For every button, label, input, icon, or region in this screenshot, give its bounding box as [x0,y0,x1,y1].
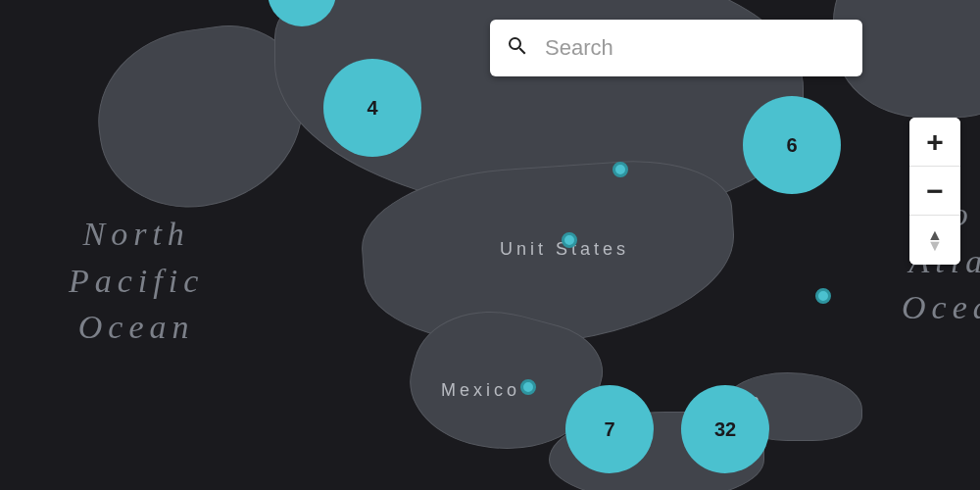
search-input[interactable] [545,35,847,61]
point-marker[interactable] [520,379,536,395]
point-marker[interactable] [612,162,628,177]
cluster-marker[interactable]: 6 [743,96,841,194]
search-icon [506,34,529,62]
point-marker[interactable] [815,288,831,304]
reset-bearing-button[interactable]: ▲ ▼ [909,216,960,265]
country-label-mexico: Mexico [441,380,520,401]
map-canvas[interactable]: North Pacific Ocean No Atla Ocea Unit St… [0,0,980,490]
zoom-out-button[interactable]: − [909,167,960,216]
ocean-label-north-pacific: North Pacific Ocean [69,211,204,351]
zoom-in-button[interactable]: + [909,118,960,167]
cluster-marker[interactable]: 7 [565,385,654,473]
point-marker[interactable] [562,232,577,248]
cluster-marker[interactable]: 32 [681,385,769,473]
cluster-marker[interactable]: 4 [323,59,421,157]
zoom-controls: + − ▲ ▼ [909,118,960,265]
compass-down-icon: ▼ [927,240,943,251]
search-box[interactable] [490,20,862,76]
